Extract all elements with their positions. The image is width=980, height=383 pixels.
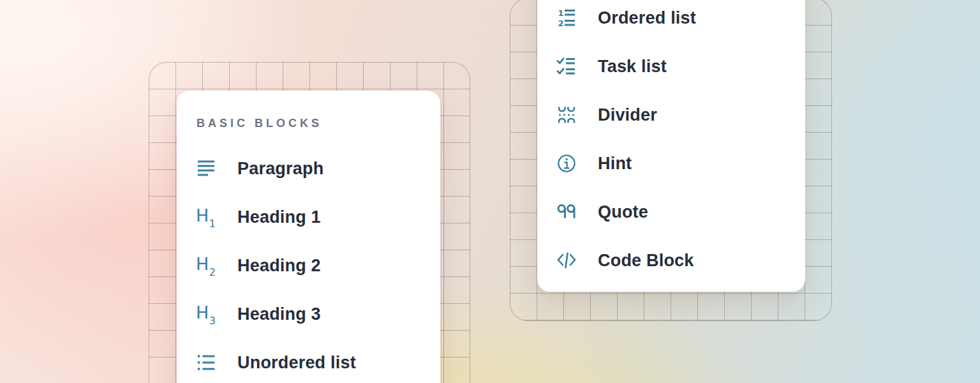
menu-item-label: Quote (598, 202, 648, 222)
menu-item-label: Paragraph (237, 159, 323, 179)
unordered-list-icon (196, 352, 216, 373)
menu-item-task-list[interactable]: Task list (537, 42, 805, 91)
basic-blocks-title: BASIC BLOCKS (177, 110, 440, 137)
menu-item-label: Unordered list (237, 353, 356, 373)
heading-2-icon: H2 (196, 255, 216, 276)
menu-item-heading-2[interactable]: H2 Heading 2 (177, 241, 440, 290)
menu-item-label: Hint (598, 154, 632, 174)
menu-item-label: Heading 2 (237, 256, 321, 276)
code-block-icon (556, 250, 577, 271)
menu-item-quote[interactable]: Quote (537, 188, 805, 236)
menu-item-unordered-list[interactable]: Unordered list (177, 338, 440, 383)
paragraph-icon (196, 158, 216, 179)
task-list-icon (556, 56, 577, 77)
menu-item-label: Heading 3 (237, 304, 321, 324)
background-canvas: { "colors": { "icon_teal": "#3B7D9B", "i… (0, 0, 980, 383)
svg-text:2: 2 (558, 19, 564, 28)
menu-item-label: Heading 1 (237, 207, 321, 227)
menu-item-label: Code Block (598, 251, 694, 271)
blocks-menu-continued: 1 2 Ordered list Task list (537, 0, 805, 292)
heading-3-icon: H3 (196, 304, 216, 324)
menu-item-label: Task list (598, 57, 667, 77)
quote-icon (556, 202, 577, 222)
menu-item-paragraph[interactable]: Paragraph (177, 144, 440, 193)
menu-item-heading-3[interactable]: H3 Heading 3 (177, 290, 440, 338)
menu-item-heading-1[interactable]: H1 Heading 1 (177, 193, 440, 241)
menu-item-hint[interactable]: Hint (537, 139, 805, 188)
heading-1-icon: H1 (196, 207, 216, 227)
basic-blocks-menu: BASIC BLOCKS Paragraph H1 Heading 1 H2 H… (177, 91, 440, 383)
divider-icon (556, 105, 577, 125)
menu-item-ordered-list[interactable]: 1 2 Ordered list (537, 0, 805, 42)
menu-item-label: Divider (598, 105, 657, 125)
ordered-list-icon: 1 2 (556, 8, 577, 28)
menu-item-code-block[interactable]: Code Block (537, 236, 805, 285)
svg-text:1: 1 (558, 8, 564, 18)
hint-icon (556, 153, 577, 174)
menu-item-label: Ordered list (598, 8, 696, 28)
menu-item-divider[interactable]: Divider (537, 91, 805, 139)
